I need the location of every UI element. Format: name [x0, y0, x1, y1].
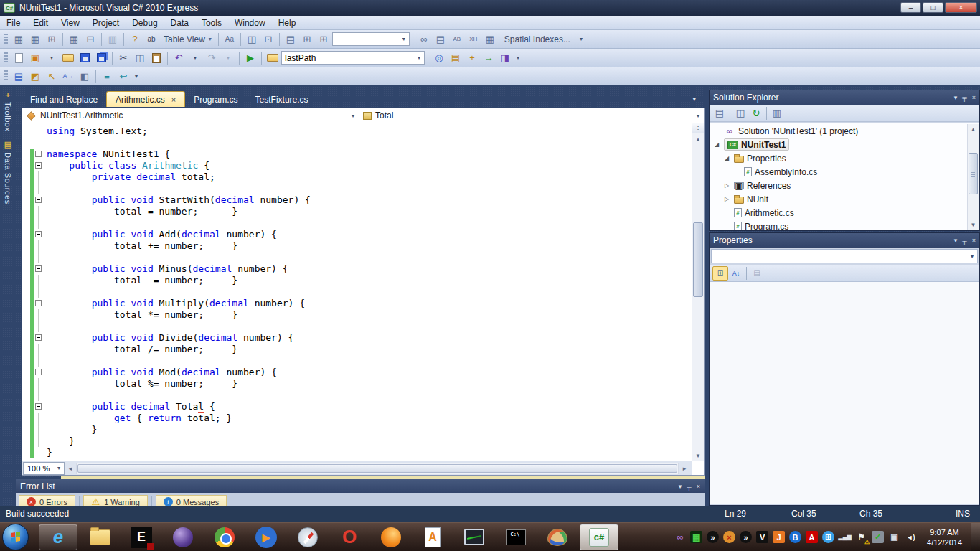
collapse-icon[interactable] [35, 300, 42, 306]
virtual-machine-icon[interactable]: ▦ [690, 531, 702, 543]
tree-expand-icon[interactable]: ▷ [722, 196, 731, 202]
merge-cells-icon[interactable]: ⊡ [260, 32, 276, 47]
find-in-files-icon[interactable]: ◎ [431, 51, 447, 65]
pin-icon[interactable]: ╤ [687, 483, 691, 490]
tree-item-nunit[interactable]: ▷NUnit [710, 192, 966, 206]
tree-item-nunittest1[interactable]: ◢C#NUnitTest1 [710, 138, 966, 151]
tab-find-and-replace[interactable]: Find and Replace [22, 91, 106, 107]
copy-icon[interactable]: ◫ [132, 51, 148, 65]
add-new-item-icon[interactable]: ▣ [27, 51, 43, 65]
manage-indexes-icon[interactable]: ▥ [105, 32, 121, 47]
taskbar-firefox[interactable] [372, 524, 410, 550]
taskbar-internet-explorer[interactable]: e [39, 524, 77, 550]
windows-update-icon[interactable]: ▣ [888, 531, 900, 543]
menu-item-help[interactable]: Help [272, 17, 303, 29]
java-update-icon[interactable]: J [773, 531, 785, 543]
tree-scroll-thumb[interactable] [969, 153, 978, 194]
toolbar-grip[interactable] [4, 52, 8, 64]
open-file-icon[interactable] [60, 51, 76, 65]
font-case-icon[interactable]: Aa [222, 32, 237, 47]
network-signal-icon[interactable]: ▂▄▆ [839, 531, 851, 543]
menu-item-edit[interactable]: Edit [27, 17, 55, 29]
object-selector-combo[interactable]: ▾ [711, 249, 978, 263]
se-properties-icon[interactable]: ▤ [712, 106, 727, 121]
table-view-dropdown[interactable]: Table View▾ [160, 32, 215, 47]
menu-item-view[interactable]: View [55, 17, 86, 29]
taskbar-paint[interactable] [538, 524, 577, 550]
collapse-icon[interactable] [35, 162, 42, 169]
new-table-icon[interactable]: ▦ [11, 32, 27, 47]
collapse-icon[interactable] [35, 334, 42, 341]
wireless-stream-2-icon[interactable]: » [740, 531, 752, 543]
messages-filter-button[interactable]: i0 Messages [156, 495, 227, 507]
relationships-icon[interactable]: ⊞ [44, 32, 60, 47]
menu-item-tools[interactable]: Tools [195, 17, 228, 29]
collapse-icon[interactable] [35, 231, 42, 237]
collapse-icon[interactable] [35, 369, 42, 375]
taskbar-windows-explorer[interactable] [80, 524, 119, 550]
tree-item-arithmetic-cs[interactable]: #Arithmetic.cs [710, 206, 966, 220]
safely-remove-hardware-icon[interactable]: ✓ [872, 531, 884, 543]
extension-manager-icon[interactable]: ◨ [497, 51, 513, 65]
split-cells-icon[interactable]: ◫ [244, 32, 260, 47]
save-icon[interactable] [77, 51, 93, 65]
view-class-diagram-icon[interactable]: ▥ [769, 106, 785, 121]
paste-icon[interactable] [149, 51, 164, 65]
toolbar-overflow-icon[interactable]: ▾ [514, 55, 522, 61]
taskbar-wordpad[interactable]: A [413, 524, 452, 550]
pane-grid-icon[interactable]: ▤ [283, 32, 298, 47]
scroll-up-icon[interactable]: ▲ [692, 134, 704, 144]
taskbar-chrome[interactable] [205, 524, 244, 550]
taskbar-command-prompt[interactable]: C:\_ [496, 524, 535, 550]
taskbar-clock[interactable]: 9:07 AM 4/12/2014 [924, 527, 971, 547]
collapse-icon[interactable] [35, 197, 42, 203]
pin-icon[interactable]: ╤ [962, 237, 966, 244]
cut-icon[interactable]: ✂ [116, 51, 131, 65]
action-center-icon[interactable]: ⚑⚠ [855, 531, 867, 543]
window-menu-icon[interactable]: ▾ [954, 94, 958, 101]
close-icon[interactable]: × [972, 94, 976, 101]
edit-query-icon[interactable]: ◩ [27, 69, 43, 83]
tree-item-program-cs[interactable]: #Program.cs [710, 220, 966, 230]
toolbar-grip[interactable] [4, 34, 8, 45]
scroll-up-icon[interactable]: ▲ [968, 124, 979, 134]
tree-item-properties[interactable]: ◢Properties [710, 151, 966, 165]
new-view-icon[interactable]: ▦ [27, 32, 43, 47]
menu-item-data[interactable]: Data [164, 17, 195, 29]
chevron-down-icon[interactable]: ▾ [692, 113, 704, 119]
member-dropdown[interactable]: Total ▾ [359, 108, 704, 123]
menu-item-project[interactable]: Project [86, 17, 126, 29]
scroll-right-icon[interactable]: ▸ [679, 465, 690, 472]
search-combo[interactable]: lastPath▾ [281, 51, 425, 65]
redo-icon[interactable]: ↷ [204, 51, 220, 65]
collapse-icon[interactable] [35, 403, 42, 410]
delete-table-icon[interactable]: ▦ [66, 32, 82, 47]
navigate-history-icon[interactable] [265, 51, 281, 65]
warnings-filter-button[interactable]: ⚠1 Warning [83, 495, 148, 507]
code-area[interactable]: using System.Text;namespace NUnitTest1 {… [22, 123, 692, 461]
refresh-icon[interactable]: ↻ [748, 106, 764, 121]
relations-diagram-icon[interactable]: ∞ [416, 32, 432, 47]
select-pointer-icon[interactable]: ↖ [44, 69, 60, 83]
wireless-stream-1-icon[interactable]: » [707, 531, 719, 543]
tree-collapse-icon[interactable]: ◢ [712, 141, 721, 148]
remove-join-icon[interactable]: ⊟ [83, 32, 98, 47]
xml-schema-icon[interactable]: XH [466, 32, 481, 47]
save-all-icon[interactable] [93, 51, 109, 65]
tab-close-icon[interactable]: × [171, 95, 176, 104]
editor-horizontal-scrollbar[interactable] [76, 463, 679, 474]
properties-grid[interactable] [710, 282, 979, 504]
properties-window-icon[interactable]: ▤ [448, 51, 463, 65]
virtualdub-icon[interactable]: V [756, 531, 768, 543]
taskbar-visual-csharp[interactable]: c# [580, 524, 618, 550]
tab-testfixture-cs[interactable]: TestFixture.cs [247, 91, 317, 107]
add-item-dropdown-icon[interactable]: ▾ [44, 51, 60, 65]
bluetooth-icon[interactable]: B [789, 531, 801, 543]
word-wrap-icon[interactable]: ↩ [116, 69, 131, 83]
options-icon[interactable]: + [464, 51, 480, 65]
undo-icon[interactable]: ↶ [171, 51, 187, 65]
table-properties-icon[interactable]: ▦ [482, 32, 498, 47]
minimize-button[interactable]: – [900, 2, 921, 13]
insert-column-left-icon[interactable]: ⊞ [299, 32, 315, 47]
scroll-left-icon[interactable]: ◂ [65, 465, 76, 472]
